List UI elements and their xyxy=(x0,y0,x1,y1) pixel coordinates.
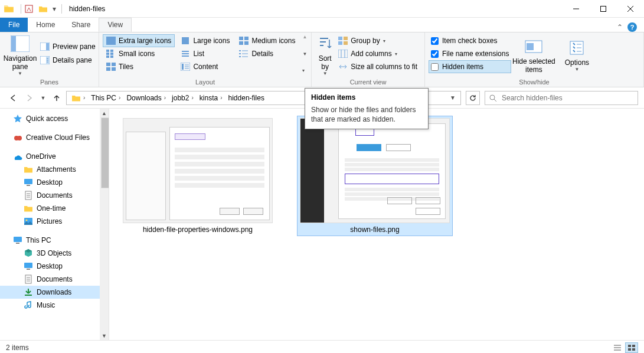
address-dropdown-icon[interactable]: ▼ xyxy=(446,94,459,101)
details-pane-icon xyxy=(40,55,50,65)
tab-view[interactable]: View xyxy=(99,18,132,32)
navigation-pane-button[interactable]: Navigation pane ▼ xyxy=(4,34,37,77)
scroll-up-icon[interactable]: ▲ xyxy=(100,109,109,117)
search-input[interactable] xyxy=(502,94,634,102)
tree-3d-objects[interactable]: 3D Objects xyxy=(0,247,109,260)
breadcrumb-root-icon[interactable]: › xyxy=(68,91,87,104)
qat-new-folder-icon[interactable] xyxy=(37,2,50,15)
tree-desktop-pc[interactable]: Desktop xyxy=(0,260,109,273)
svg-rect-0 xyxy=(25,5,32,12)
star-icon xyxy=(13,114,22,123)
nav-tree: Quick access Creative Cloud Files OneDri… xyxy=(0,109,109,340)
minimize-button[interactable] xyxy=(563,0,590,18)
svg-rect-27 xyxy=(239,53,241,54)
recent-locations-button[interactable]: ▼ xyxy=(39,91,47,105)
tab-share[interactable]: Share xyxy=(63,18,99,32)
preview-pane-button[interactable]: Preview pane xyxy=(37,40,99,53)
refresh-button[interactable] xyxy=(466,91,480,105)
svg-rect-40 xyxy=(24,179,32,184)
forward-button[interactable] xyxy=(22,91,37,105)
title-bar: ▾ hidden-files xyxy=(0,0,644,18)
desktop-icon xyxy=(24,178,33,187)
music-icon xyxy=(24,300,33,310)
tree-downloads[interactable]: Downloads xyxy=(0,286,109,299)
tree-onedrive[interactable]: OneDrive xyxy=(0,150,109,163)
hidden-items-toggle[interactable]: Hidden items xyxy=(429,60,511,73)
tree-desktop[interactable]: Desktop xyxy=(0,176,109,189)
tree-documents[interactable]: Documents xyxy=(0,189,109,202)
svg-rect-13 xyxy=(110,53,113,55)
status-bar: 2 items xyxy=(0,340,644,353)
back-button[interactable] xyxy=(6,91,20,105)
ribbon-collapse-icon[interactable]: ⌃ xyxy=(617,23,623,31)
tree-creative-cloud[interactable]: Creative Cloud Files xyxy=(0,131,109,144)
svg-rect-51 xyxy=(632,345,635,347)
close-button[interactable] xyxy=(617,0,644,18)
item-checkboxes-toggle[interactable]: Item check boxes xyxy=(429,34,511,47)
chevron-down-icon: ▼ xyxy=(574,67,579,73)
qat-properties-icon[interactable] xyxy=(22,2,35,15)
ribbon-tabs: File Home Share View ⌃ ? xyxy=(0,18,644,32)
group-label-show-hide: Show/hide xyxy=(425,79,643,87)
scroll-down-icon[interactable]: ▼ xyxy=(100,331,109,340)
breadcrumb-kinsta[interactable]: kinsta› xyxy=(196,91,225,104)
group-by-button[interactable]: Group by ▾ xyxy=(335,34,421,47)
tooltip-title: Hidden items xyxy=(311,93,422,102)
layout-details[interactable]: Details xyxy=(236,47,299,60)
file-item-1[interactable]: hidden-file-properties-windows.png xyxy=(120,116,276,236)
chevron-down-icon: ▾ xyxy=(383,38,385,44)
svg-point-37 xyxy=(490,95,495,100)
layout-large-icons[interactable]: Large icons xyxy=(177,34,233,47)
file-extensions-toggle[interactable]: File name extensions xyxy=(429,47,511,60)
window-title: hidden-files xyxy=(69,5,105,13)
pictures-icon xyxy=(24,217,33,226)
scroll-thumb[interactable] xyxy=(101,117,109,188)
view-icons-button[interactable] xyxy=(625,342,638,353)
breadcrumb-this-pc[interactable]: This PC› xyxy=(87,91,123,104)
layout-content[interactable]: Content xyxy=(177,60,233,73)
svg-rect-14 xyxy=(110,55,113,58)
view-details-button[interactable] xyxy=(611,342,624,353)
add-columns-button[interactable]: Add columns ▾ xyxy=(335,47,421,60)
layout-tiles[interactable]: Tiles xyxy=(103,60,175,73)
svg-rect-26 xyxy=(239,50,241,51)
tab-home[interactable]: Home xyxy=(28,18,63,32)
help-icon[interactable]: ? xyxy=(627,22,637,32)
onedrive-icon xyxy=(13,152,22,161)
file-item-2[interactable]: shown-files.png xyxy=(297,116,453,236)
tab-file[interactable]: File xyxy=(0,18,28,32)
details-pane-button[interactable]: Details pane xyxy=(37,54,99,67)
breadcrumb-current[interactable]: hidden-files xyxy=(225,91,267,104)
layout-scroll-down-icon[interactable]: ▼ xyxy=(302,51,307,57)
layout-extra-large-icons[interactable]: Extra large icons xyxy=(103,34,175,47)
tree-pictures[interactable]: Pictures xyxy=(0,215,109,228)
search-box[interactable] xyxy=(485,91,638,105)
svg-rect-29 xyxy=(338,37,342,40)
list-icon xyxy=(181,49,190,58)
maximize-button[interactable] xyxy=(590,0,617,18)
svg-rect-17 xyxy=(106,67,110,71)
layout-medium-icons[interactable]: Medium icons xyxy=(236,34,299,47)
group-label-panes: Panes xyxy=(0,79,99,87)
layout-more-icon[interactable]: ▾ xyxy=(302,68,307,73)
tree-this-pc[interactable]: This PC xyxy=(0,234,109,247)
options-button[interactable]: Options ▼ xyxy=(561,34,592,77)
breadcrumb-jobb2[interactable]: jobb2› xyxy=(168,91,196,104)
layout-small-icons[interactable]: Small icons xyxy=(103,47,175,60)
tree-attachments[interactable]: Attachments xyxy=(0,163,109,176)
chevron-down-icon: ▾ xyxy=(395,51,397,57)
qat-dropdown-icon[interactable]: ▾ xyxy=(51,2,58,15)
size-columns-button[interactable]: Size all columns to fit xyxy=(335,60,421,73)
sort-by-button[interactable]: Sort by ▼ xyxy=(315,34,335,77)
hide-selected-icon xyxy=(524,37,543,56)
tree-scrollbar[interactable]: ▲ ▼ xyxy=(100,109,109,340)
tree-music[interactable]: Music xyxy=(0,299,109,312)
tree-documents-pc[interactable]: Documents xyxy=(0,273,109,286)
tree-one-time[interactable]: One-time xyxy=(0,202,109,215)
up-button[interactable] xyxy=(50,91,64,105)
tree-quick-access[interactable]: Quick access xyxy=(0,112,109,125)
layout-list[interactable]: List xyxy=(177,47,233,60)
breadcrumb-downloads[interactable]: Downloads› xyxy=(123,91,168,104)
hide-selected-button[interactable]: Hide selected items xyxy=(511,34,556,77)
layout-scroll-up-icon[interactable]: ▲ xyxy=(302,34,307,40)
